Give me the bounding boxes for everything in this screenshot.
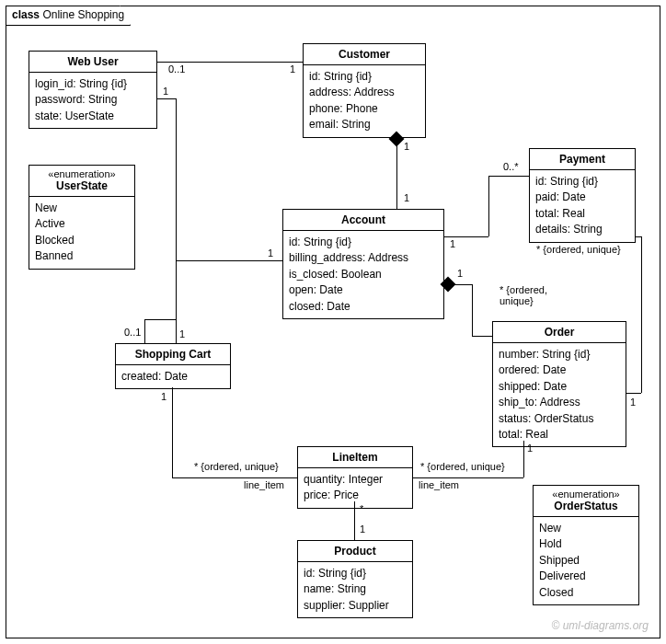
class-name: LineItem (298, 447, 412, 468)
attr: billing_address: Address (289, 250, 438, 266)
multiplicity-constraint: * {ordered, unique} (536, 244, 621, 255)
class-attrs: number: String {id} ordered: Date shippe… (493, 343, 626, 446)
assoc-payment-order-v (641, 236, 642, 393)
class-name: Account (283, 210, 443, 231)
attr: open: Date (289, 282, 438, 298)
class-attrs: login_id: String {id} password: String s… (29, 73, 156, 128)
role-name: line_item (244, 479, 284, 490)
stereotype: «enumeration» (29, 166, 134, 179)
assoc-webuser-down-stub (157, 98, 176, 99)
enum-userstate: «enumeration» UserState New Active Block… (29, 165, 135, 270)
attr: id: String {id} (304, 566, 407, 581)
assoc-lineitem-product (354, 501, 355, 540)
attr: status: OrderStatus (499, 411, 620, 427)
literal: Delivered (539, 569, 633, 584)
attr: closed: Date (289, 299, 438, 315)
multiplicity-constraint: * {ordered, unique} (194, 461, 279, 472)
stereotype: «enumeration» (534, 486, 638, 500)
class-attrs: id: String {id} billing_address: Address… (283, 231, 443, 318)
multiplicity: 1 (163, 86, 168, 97)
assoc-payment-order-bot (626, 393, 641, 394)
class-order: Order number: String {id} ordered: Date … (492, 321, 626, 447)
assoc-webuser-vertical (176, 98, 177, 343)
class-attrs: id: String {id} paid: Date total: Real d… (530, 170, 635, 242)
attr: state: UserState (35, 109, 151, 124)
class-name: Customer (304, 44, 425, 65)
multiplicity-constraint: * {ordered, unique} (500, 284, 547, 306)
attr: created: Date (121, 369, 224, 385)
comp-account-order-h2 (472, 336, 492, 337)
attr: id: String {id} (289, 235, 438, 250)
class-name: UserState (29, 179, 134, 197)
literal: New (35, 201, 129, 216)
class-shopping-cart: Shopping Cart created: Date (115, 343, 231, 389)
assoc-order-lineitem-v (523, 441, 524, 477)
attr: quantity: Integer (304, 472, 407, 488)
multiplicity: 1 (450, 238, 455, 249)
frame-keyword: class (12, 8, 40, 21)
attr: id: String {id} (535, 174, 629, 190)
class-name: Web User (29, 52, 156, 73)
multiplicity: * (360, 503, 363, 514)
attr: email: String (309, 117, 419, 132)
attr: address: Address (309, 85, 419, 100)
assoc-account-payment-h (444, 236, 488, 237)
attr: login_id: String {id} (35, 76, 151, 92)
role-name: line_item (419, 479, 459, 490)
assoc-cart-up-v (144, 319, 145, 343)
attr: is_closed: Boolean (289, 267, 438, 282)
multiplicity: 1 (290, 63, 295, 75)
class-account: Account id: String {id} billing_address:… (282, 209, 444, 319)
multiplicity: 0..* (503, 161, 519, 172)
comp-account-order-v (472, 284, 473, 336)
multiplicity: 1 (404, 192, 409, 203)
attr: details: String (535, 222, 629, 237)
class-name: Order (493, 322, 626, 343)
assoc-cart-lineitem-v (172, 387, 173, 477)
attr: total: Real (499, 427, 620, 443)
assoc-order-lineitem-h (413, 477, 523, 478)
multiplicity: 1 (360, 523, 365, 535)
attr: password: String (35, 92, 151, 108)
multiplicity: 1 (527, 443, 533, 454)
class-payment: Payment id: String {id} paid: Date total… (529, 148, 636, 243)
class-name: Shopping Cart (116, 344, 230, 365)
multiplicity: 1 (161, 391, 166, 402)
literal: New (539, 521, 633, 536)
multiplicity: 1 (268, 247, 273, 259)
multiplicity: 1 (404, 141, 409, 152)
class-web-user: Web User login_id: String {id} password:… (29, 51, 157, 129)
literal: Active (35, 216, 129, 232)
assoc-cart-lineitem-h (172, 477, 297, 478)
multiplicity: 1 (457, 268, 463, 279)
multiplicity: 1 (179, 328, 185, 339)
literal: Closed (539, 585, 633, 601)
literal: Blocked (35, 233, 129, 248)
attr: number: String {id} (499, 347, 620, 362)
class-attrs: id: String {id} address: Address phone: … (304, 65, 425, 137)
literal: Banned (35, 248, 129, 264)
frame-title-tab: class Online Shopping (6, 6, 131, 26)
attr: name: String (304, 581, 407, 597)
multiplicity: 0..1 (124, 327, 141, 338)
enum-literals: New Hold Shipped Delivered Closed (534, 517, 638, 604)
class-attrs: created: Date (116, 365, 230, 388)
class-name: Product (298, 541, 412, 562)
class-line-item: LineItem quantity: Integer price: Price (297, 446, 413, 509)
attr: id: String {id} (309, 69, 419, 85)
class-name: Payment (530, 149, 635, 170)
assoc-webuser-customer (157, 62, 303, 63)
diagram-frame: class Online Shopping Web User login_id:… (6, 6, 660, 638)
class-attrs: quantity: Integer price: Price (298, 468, 412, 508)
literal: Hold (539, 536, 633, 552)
literal: Shipped (539, 553, 633, 569)
class-product: Product id: String {id} name: String sup… (297, 540, 413, 618)
attr: supplier: Supplier (304, 598, 407, 614)
multiplicity-constraint: * {ordered, unique} (420, 461, 505, 472)
multiplicity: 1 (630, 397, 636, 408)
attr: total: Real (535, 206, 629, 222)
class-customer: Customer id: String {id} address: Addres… (303, 43, 426, 138)
class-name: OrderStatus (534, 500, 638, 517)
frame-title: Online Shopping (42, 8, 124, 21)
attr: price: Price (304, 488, 407, 503)
